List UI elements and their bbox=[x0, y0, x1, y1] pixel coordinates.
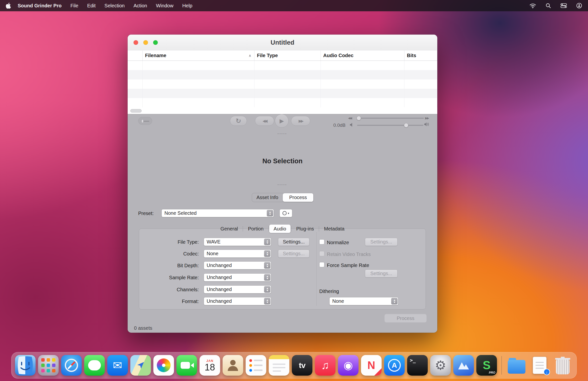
codec-popup[interactable]: None▲▼ bbox=[204, 249, 271, 258]
apple-menu-icon[interactable] bbox=[6, 3, 11, 9]
menu-action[interactable]: Action bbox=[133, 3, 147, 9]
menu-file[interactable]: File bbox=[70, 3, 78, 9]
action-menu-popup[interactable]: ···▾ bbox=[279, 209, 292, 217]
stepper-icon: ▲▼ bbox=[264, 239, 271, 245]
podcasts-icon[interactable]: ◉ bbox=[338, 355, 358, 376]
subtab-general[interactable]: General bbox=[216, 225, 242, 233]
forward-button[interactable]: ▶▶ bbox=[291, 116, 310, 126]
format-popup[interactable]: Unchanged▲▼ bbox=[204, 297, 271, 305]
window-titlebar[interactable]: Untitled bbox=[128, 35, 437, 51]
codec-label: Codec: bbox=[152, 251, 199, 257]
normalize-checkbox[interactable] bbox=[319, 239, 324, 245]
minimize-button[interactable] bbox=[143, 40, 148, 45]
downloads-folder-icon[interactable] bbox=[506, 355, 527, 376]
messages-icon[interactable] bbox=[84, 355, 105, 376]
photos-icon[interactable] bbox=[153, 355, 174, 376]
scrollbar-thumb[interactable] bbox=[130, 109, 142, 113]
preset-popup-value: None Selected bbox=[162, 210, 267, 216]
finder-icon[interactable] bbox=[15, 355, 36, 376]
splitter-handle-top[interactable]: ••••• bbox=[128, 132, 437, 135]
safari-icon[interactable] bbox=[61, 355, 82, 376]
play-button[interactable]: ▶ bbox=[275, 114, 289, 128]
subtab-audio[interactable]: Audio bbox=[269, 225, 291, 233]
mail-icon[interactable]: ✉ bbox=[107, 355, 128, 376]
music-icon[interactable]: ♫ bbox=[315, 355, 336, 376]
close-button[interactable] bbox=[133, 40, 138, 45]
table-scrollbar[interactable] bbox=[128, 107, 437, 114]
file-type-popup[interactable]: WAVE▲▼ bbox=[204, 238, 271, 246]
rewind-button[interactable]: ◀◀ bbox=[255, 116, 274, 126]
table-body[interactable] bbox=[128, 61, 437, 107]
dithering-popup[interactable]: None▲▼ bbox=[329, 297, 398, 305]
news-icon[interactable]: N bbox=[361, 355, 382, 376]
trash-icon[interactable] bbox=[552, 355, 573, 376]
system-preferences-icon[interactable]: ⚙ bbox=[430, 355, 451, 376]
menu-selection[interactable]: Selection bbox=[105, 3, 125, 9]
subtab-metadata[interactable]: Metadata bbox=[319, 225, 349, 233]
facetime-icon[interactable] bbox=[176, 355, 197, 376]
table-row[interactable] bbox=[128, 70, 437, 79]
tab-process[interactable]: Process bbox=[283, 193, 313, 202]
app-menu-title[interactable]: Sound Grinder Pro bbox=[18, 3, 62, 9]
dithering-label: Dithering bbox=[319, 288, 339, 294]
channels-label: Channels: bbox=[152, 286, 199, 292]
sort-ascending-icon: ∧ bbox=[249, 54, 251, 58]
unknown-blue-app-icon[interactable] bbox=[453, 355, 474, 376]
file-type-settings-button[interactable]: Settings... bbox=[278, 238, 310, 246]
codec-settings-button[interactable]: Settings... bbox=[278, 249, 310, 258]
stepper-icon: ▲▼ bbox=[264, 274, 271, 281]
wifi-icon[interactable] bbox=[529, 3, 536, 8]
zoom-button[interactable] bbox=[153, 40, 158, 45]
volume-slider-thumb[interactable] bbox=[404, 123, 408, 128]
subtab-plug-ins[interactable]: Plug-ins bbox=[292, 225, 318, 233]
subtab-portion[interactable]: Portion bbox=[243, 225, 268, 233]
calendar-icon[interactable]: JAN18 bbox=[200, 355, 220, 376]
tab-asset-info[interactable]: Asset Info bbox=[252, 193, 283, 202]
retain-video-tracks-label: Retain Video Tracks bbox=[327, 251, 371, 257]
column-header-bits[interactable]: Bits bbox=[404, 51, 437, 60]
seek-forward-icon: ▶▶ bbox=[425, 116, 428, 120]
document-icon[interactable]: ↓ bbox=[529, 355, 550, 376]
preset-popup[interactable]: None Selected▲▼ bbox=[162, 209, 274, 217]
table-row[interactable] bbox=[128, 98, 437, 107]
search-icon[interactable] bbox=[546, 3, 551, 9]
table-header: Filename∧File TypeAudio CodecBits bbox=[128, 51, 437, 61]
column-header-audio-codec[interactable]: Audio Codec bbox=[321, 51, 404, 60]
seek-slider-thumb[interactable] bbox=[357, 116, 361, 120]
control-center-icon[interactable] bbox=[561, 3, 567, 8]
normalize-settings-button[interactable]: Settings... bbox=[365, 238, 398, 246]
playhead-widget[interactable] bbox=[138, 117, 152, 125]
app-store-icon[interactable]: A bbox=[384, 355, 405, 376]
launchpad-icon[interactable] bbox=[38, 355, 59, 376]
splitter-handle-bottom[interactable]: ••••• bbox=[128, 183, 437, 186]
seek-slider[interactable] bbox=[357, 118, 424, 119]
sample-rate-popup[interactable]: Unchanged▲▼ bbox=[204, 273, 271, 282]
process-button[interactable]: Process bbox=[385, 314, 426, 323]
contacts-icon[interactable] bbox=[223, 355, 243, 376]
channels-popup[interactable]: Unchanged▲▼ bbox=[204, 286, 271, 293]
speaker-max-icon bbox=[424, 122, 430, 128]
reminders-icon[interactable] bbox=[246, 355, 266, 376]
menu-edit[interactable]: Edit bbox=[87, 3, 95, 9]
volume-slider[interactable] bbox=[357, 125, 423, 126]
loop-button[interactable]: ↻ bbox=[230, 116, 247, 126]
retain-video-tracks-checkbox[interactable] bbox=[319, 251, 324, 256]
bit-depth-popup[interactable]: Unchanged▲▼ bbox=[204, 261, 271, 269]
table-row[interactable] bbox=[128, 89, 437, 98]
menu-help[interactable]: Help bbox=[182, 3, 192, 9]
menu-window[interactable]: Window bbox=[156, 3, 173, 9]
sound-grinder-pro-icon[interactable]: SPRO bbox=[476, 355, 497, 376]
table-row[interactable] bbox=[128, 61, 437, 70]
notes-icon[interactable] bbox=[269, 355, 289, 376]
column-header-file-type[interactable]: File Type bbox=[254, 51, 321, 60]
force-sample-rate-checkbox[interactable] bbox=[319, 262, 324, 267]
user-switch-icon[interactable] bbox=[576, 3, 582, 9]
maps-icon[interactable] bbox=[130, 355, 151, 376]
table-row[interactable] bbox=[128, 79, 437, 89]
menu-bar: Sound Grinder Pro FileEditSelectionActio… bbox=[0, 0, 588, 11]
dithering-popup-value: None bbox=[330, 298, 391, 304]
terminal-icon[interactable]: >_ bbox=[407, 355, 428, 376]
force-sample-rate-settings-button[interactable]: Settings... bbox=[365, 269, 398, 278]
column-header-filename[interactable]: Filename∧ bbox=[143, 51, 254, 60]
tv-icon[interactable]: tv bbox=[292, 355, 312, 376]
